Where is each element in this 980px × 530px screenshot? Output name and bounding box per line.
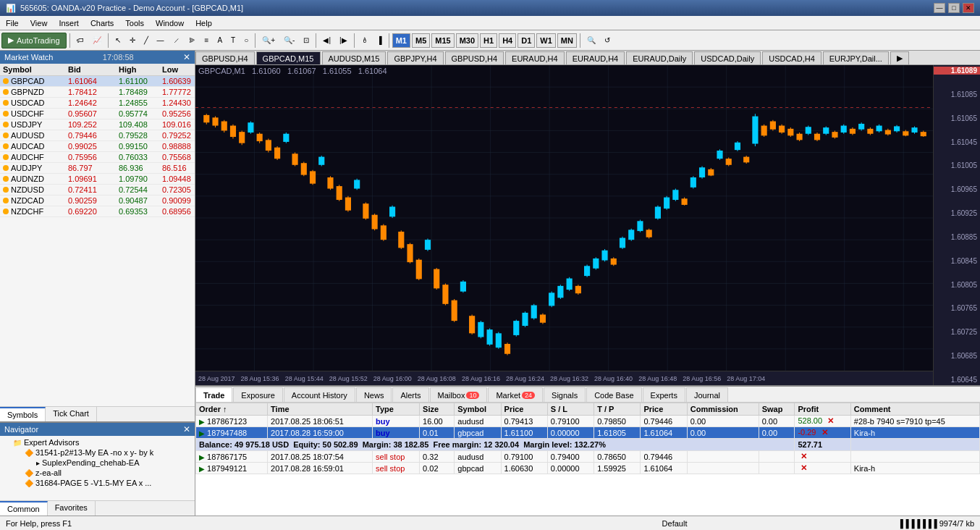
timeframe-mn[interactable]: MN xyxy=(557,33,577,48)
nav-tab-common[interactable]: Common xyxy=(0,501,48,516)
chart-tab-gbpusd-h4-2[interactable]: GBPUSD,H4 xyxy=(445,51,504,64)
nav-expert-advisors[interactable]: 📁 Expert Advisors xyxy=(1,437,193,447)
market-watch-row[interactable]: AUDJPY 86.797 86.936 86.516 xyxy=(0,163,195,174)
toolbar-fibo[interactable]: ≡ xyxy=(201,33,213,49)
toolbar-zoom-out[interactable]: 🔍- xyxy=(280,33,298,49)
close-order-icon[interactable]: ✕ xyxy=(827,416,834,425)
menu-charts[interactable]: Charts xyxy=(85,16,119,30)
col-swap[interactable]: Swap xyxy=(759,403,795,416)
chart-tab-euraud-h4[interactable]: EURAUD,H4 xyxy=(505,51,565,64)
title-bar-controls[interactable]: — □ ✕ xyxy=(934,3,974,13)
timeframe-d1[interactable]: D1 xyxy=(518,33,535,48)
tab-tick-chart[interactable]: Tick Chart xyxy=(46,407,97,421)
market-watch-row[interactable]: AUDNZD 1.09691 1.09790 1.09448 xyxy=(0,174,195,185)
timeframe-h4[interactable]: H4 xyxy=(499,33,516,48)
toolbar-cursor[interactable]: ↖ xyxy=(111,33,124,49)
col-type[interactable]: Type xyxy=(373,403,420,416)
close-order-icon[interactable]: ✕ xyxy=(821,428,828,437)
timeframe-w1[interactable]: W1 xyxy=(536,33,556,48)
nav-ea-suplex[interactable]: ▸ SuplexPending_chehab-EA xyxy=(1,458,193,468)
tab-market[interactable]: Market24 xyxy=(488,387,543,402)
market-watch-row[interactable]: USDCHF 0.95607 0.95774 0.95256 xyxy=(0,109,195,119)
col-profit[interactable]: Profit xyxy=(795,403,850,416)
toolbar-label[interactable]: T xyxy=(227,33,239,49)
nav-tab-favorites[interactable]: Favorites xyxy=(48,501,96,516)
chart-tab-eurjpy-daily[interactable]: EURJPY,Dail... xyxy=(823,51,889,64)
market-watch-row[interactable]: AUDCHF 0.75956 0.76033 0.75568 xyxy=(0,152,195,163)
menu-window[interactable]: Window xyxy=(150,16,190,30)
tab-signals[interactable]: Signals xyxy=(544,387,586,402)
market-watch-row[interactable]: AUDUSD 0.79446 0.79528 0.79252 xyxy=(0,130,195,141)
toolbar-hline[interactable]: — xyxy=(153,33,168,49)
maximize-button[interactable]: □ xyxy=(948,3,960,13)
toolbar-back[interactable]: ◀| xyxy=(319,33,334,49)
toolbar-text[interactable]: A xyxy=(214,33,226,49)
close-order-icon[interactable]: ✕ xyxy=(801,452,807,460)
chart-tab-euraud-h4-2[interactable]: EURAUD,H4 xyxy=(566,51,625,64)
toolbar-zoom-fit[interactable]: ⊡ xyxy=(300,33,313,49)
tab-trade[interactable]: Trade xyxy=(195,387,232,402)
chart-tab-usdcad-h4[interactable]: USDCAD,H4 xyxy=(762,51,821,64)
col-comment[interactable]: Comment xyxy=(850,403,979,416)
toolbar-crosshair[interactable]: ✛ xyxy=(126,33,139,49)
market-watch-row[interactable]: NZDCHF 0.69220 0.69353 0.68956 xyxy=(0,206,195,217)
table-row[interactable]: ▶ 187949121 2017.08.28 16:59:01 sell sto… xyxy=(196,463,980,474)
toolbar-bars[interactable]: ▐ xyxy=(373,33,386,49)
minimize-button[interactable]: — xyxy=(934,3,945,13)
col-time[interactable]: Time xyxy=(268,403,373,416)
timeframe-m5[interactable]: M5 xyxy=(412,33,430,48)
col-sl[interactable]: S / L xyxy=(547,403,594,416)
chart-tab-audusd-m15[interactable]: AUDUSD,M15 xyxy=(322,51,386,64)
toolbar-channel[interactable]: ⫸ xyxy=(185,33,200,49)
toolbar-new-order[interactable]: 🏷 xyxy=(73,33,88,49)
menu-tools[interactable]: Tools xyxy=(119,16,150,30)
col-commission[interactable]: Commission xyxy=(687,403,759,416)
table-row[interactable]: ▶ 187867123 2017.08.25 18:06:51 buy 16.0… xyxy=(196,416,980,427)
chart-area[interactable]: GBPCAD,M1 1.61060 1.61067 1.61055 1.6106… xyxy=(195,65,980,385)
table-row[interactable]: ▶ 187867175 2017.08.25 18:07:54 sell sto… xyxy=(196,451,980,463)
tab-experts[interactable]: Experts xyxy=(643,387,685,402)
timeframe-m15[interactable]: M15 xyxy=(431,33,454,48)
menu-view[interactable]: View xyxy=(25,16,54,30)
col-order[interactable]: Order ↑ xyxy=(196,403,268,416)
close-button[interactable]: ✕ xyxy=(963,3,974,13)
nav-ea-1[interactable]: 🔶 31541-p2#13-My EA -no x y- by k xyxy=(1,447,193,458)
toolbar-forward[interactable]: |▶ xyxy=(336,33,351,49)
toolbar-zoom-in[interactable]: 🔍+ xyxy=(258,33,279,49)
market-watch-close[interactable]: ✕ xyxy=(183,52,190,62)
col-price-current[interactable]: Price xyxy=(641,403,687,416)
timeframe-m1[interactable]: M1 xyxy=(392,33,410,48)
toolbar-search[interactable]: 🔍 xyxy=(583,33,599,49)
chart-tab-next[interactable]: ▶ xyxy=(890,51,909,64)
tab-mailbox[interactable]: Mailbox10 xyxy=(430,387,488,402)
market-watch-row[interactable]: GBPCAD 1.61064 1.61100 1.60639 xyxy=(0,76,195,87)
tab-alerts[interactable]: Alerts xyxy=(392,387,428,402)
chart-tab-euraud-daily[interactable]: EURAUD,Daily xyxy=(626,51,693,64)
tab-exposure[interactable]: Exposure xyxy=(233,387,282,402)
chart-tab-usdcad-daily[interactable]: USDCAD,Daily xyxy=(694,51,761,64)
tab-codebase[interactable]: Code Base xyxy=(586,387,641,402)
tab-symbols[interactable]: Symbols xyxy=(0,407,46,421)
market-watch-row[interactable]: GBPNZD 1.78412 1.78489 1.77772 xyxy=(0,87,195,98)
nav-ea-31684[interactable]: 🔶 31684-PAGE 5 -V1.5-MY EA x ... xyxy=(1,478,193,488)
menu-help[interactable]: Help xyxy=(190,16,218,30)
toolbar-candles[interactable]: 🕯 xyxy=(358,33,372,49)
nav-ea-z[interactable]: 🔶 z-ea-all xyxy=(1,468,193,478)
market-watch-row[interactable]: NZDCAD 0.90259 0.90487 0.90099 xyxy=(0,195,195,206)
col-symbol[interactable]: Symbol xyxy=(455,403,501,416)
timeframe-m30[interactable]: M30 xyxy=(456,33,478,48)
chart-tab-gbpusd-h4[interactable]: GBPUSD,H4 xyxy=(195,51,255,64)
toolbar-settings[interactable]: ↺ xyxy=(601,33,614,49)
autotrading-button[interactable]: ▶ AutoTrading xyxy=(1,33,67,49)
market-watch-row[interactable]: USDCAD 1.24642 1.24855 1.24430 xyxy=(0,98,195,109)
close-order-icon[interactable]: ✕ xyxy=(801,463,807,472)
toolbar-ellipse[interactable]: ○ xyxy=(240,33,252,49)
col-size[interactable]: Size xyxy=(420,403,455,416)
tab-account-history[interactable]: Account History xyxy=(284,387,355,402)
toolbar-chart-new[interactable]: 📈 xyxy=(89,33,105,49)
table-row[interactable]: ▶ 187947488 2017.08.28 16:59:00 buy 0.01… xyxy=(196,427,980,439)
menu-file[interactable]: File xyxy=(0,16,25,30)
toolbar-trendline[interactable]: ⟋ xyxy=(169,33,184,49)
timeframe-h1[interactable]: H1 xyxy=(480,33,497,48)
col-tp[interactable]: T / P xyxy=(594,403,641,416)
